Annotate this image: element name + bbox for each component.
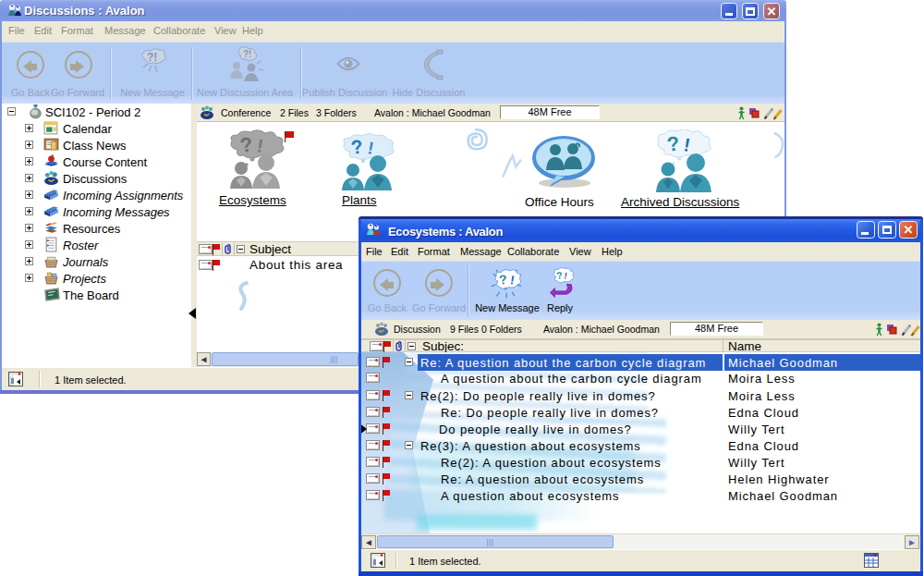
svg-text:?!: ?! [243, 49, 251, 59]
svg-text:?!: ?! [147, 51, 157, 64]
